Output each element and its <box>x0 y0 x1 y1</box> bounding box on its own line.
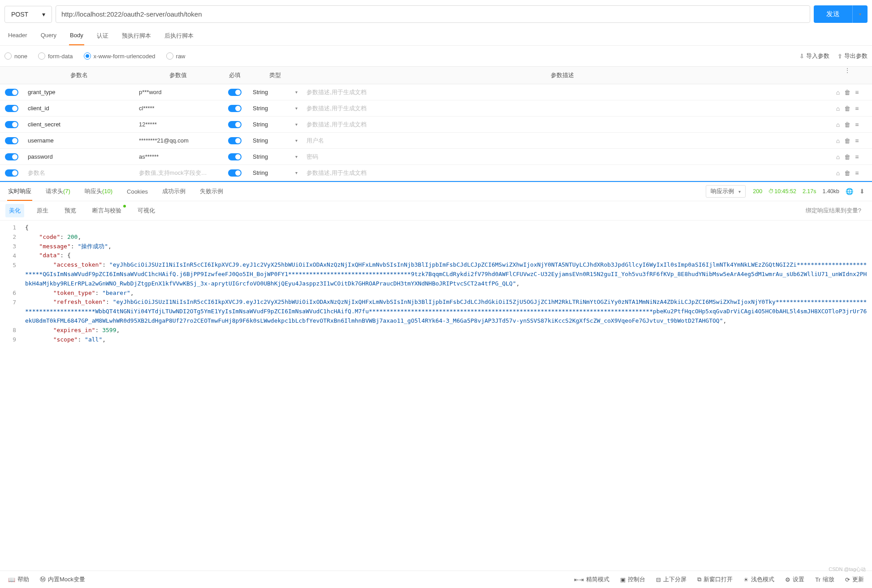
delete-icon[interactable]: 🗑 <box>844 121 850 128</box>
download-icon[interactable]: ⬇ <box>859 188 865 195</box>
type-select[interactable]: String▾ <box>248 85 302 99</box>
required-toggle[interactable] <box>228 169 242 177</box>
upload-icon: ⇧ <box>837 53 842 60</box>
param-name-input[interactable]: grant_type <box>23 85 134 99</box>
param-desc-input[interactable]: 参数描述,用于生成文档 <box>302 117 823 132</box>
type-select[interactable]: String▾ <box>248 134 302 147</box>
param-desc-input[interactable]: 密码 <box>302 149 823 164</box>
new-window[interactable]: ⧉新窗口打开 <box>697 575 733 584</box>
row-toggle[interactable] <box>5 137 18 144</box>
cube-icon[interactable]: ⌂ <box>836 121 840 128</box>
drag-icon[interactable]: ≡ <box>855 121 859 128</box>
subtab-pretty[interactable]: 美化 <box>5 204 24 217</box>
more-icon[interactable]: ⋮ <box>844 67 850 84</box>
drag-icon[interactable]: ≡ <box>855 137 859 144</box>
cube-icon[interactable]: ⌂ <box>836 105 840 112</box>
param-value-input[interactable]: 参数值,支持mock字段变… <box>134 165 221 181</box>
import-params[interactable]: ⇩导入参数 <box>799 52 829 60</box>
tab-fail[interactable]: 失败示例 <box>199 182 224 201</box>
http-method-select[interactable]: POST ▾ <box>4 6 52 23</box>
required-toggle[interactable] <box>228 121 242 128</box>
cube-icon[interactable]: ⌂ <box>836 89 840 96</box>
subtab-assert[interactable]: 断言与校验 <box>89 204 125 217</box>
subtab-visual[interactable]: 可视化 <box>134 204 159 217</box>
type-select[interactable]: String▾ <box>248 101 302 115</box>
subtab-raw[interactable]: 原生 <box>33 204 52 217</box>
type-select[interactable]: String▾ <box>248 150 302 164</box>
param-value-input[interactable]: ********21@qq.com <box>134 134 221 147</box>
json-response: 123456789 { "code": 200, "message": "操作成… <box>0 220 872 571</box>
delete-icon[interactable]: 🗑 <box>844 153 850 160</box>
param-desc-input[interactable]: 参数描述,用于生成文档 <box>302 101 823 116</box>
split-button[interactable]: ⊟上下分屏 <box>656 575 686 584</box>
required-toggle[interactable] <box>228 137 242 144</box>
tab-body[interactable]: Body <box>69 28 84 45</box>
cube-icon[interactable]: ⌂ <box>836 137 840 144</box>
radio-urlencoded[interactable]: x-www-form-urlencoded <box>84 52 155 60</box>
type-select[interactable]: String▾ <box>248 117 302 131</box>
param-name-input[interactable]: client_id <box>23 101 134 115</box>
radio-none[interactable]: none <box>4 52 27 60</box>
drag-icon[interactable]: ≡ <box>855 153 859 160</box>
row-toggle[interactable] <box>5 153 18 160</box>
drag-icon[interactable]: ≡ <box>855 169 859 177</box>
tab-req-headers[interactable]: 请求头(7) <box>45 182 71 201</box>
send-button[interactable]: 发送 ▾ <box>814 5 868 23</box>
settings-button[interactable]: ⚙设置 <box>785 575 804 584</box>
required-toggle[interactable] <box>228 89 242 96</box>
row-toggle[interactable] <box>5 89 18 96</box>
cube-icon[interactable]: ⌂ <box>836 153 840 160</box>
cube-icon[interactable]: ⌂ <box>836 169 840 177</box>
zoom-button[interactable]: Tr缩放 <box>815 575 834 584</box>
subtab-preview[interactable]: 预览 <box>61 204 80 217</box>
chevron-down-icon: ▾ <box>42 11 45 18</box>
simple-mode[interactable]: ⇤⇥精简模式 <box>574 575 609 584</box>
param-value-input[interactable]: p***word <box>134 85 221 99</box>
tab-query[interactable]: Query <box>40 28 57 45</box>
required-toggle[interactable] <box>228 105 242 112</box>
console-button[interactable]: ▣控制台 <box>620 575 645 584</box>
send-dropdown[interactable]: ▾ <box>852 5 868 23</box>
update-button[interactable]: ⟳更新 <box>845 575 864 584</box>
drag-icon[interactable]: ≡ <box>855 105 859 112</box>
param-desc-input[interactable]: 参数描述,用于生成文档 <box>302 165 823 181</box>
light-mode[interactable]: ☀浅色模式 <box>743 575 774 584</box>
response-example-select[interactable]: 响应示例▾ <box>706 185 746 198</box>
row-toggle[interactable] <box>5 121 18 128</box>
radio-form-data[interactable]: form-data <box>38 52 73 60</box>
url-input[interactable] <box>56 5 810 23</box>
globe-icon[interactable]: 🌐 <box>846 188 853 195</box>
tab-cookies[interactable]: Cookies <box>126 183 149 200</box>
delete-icon[interactable]: 🗑 <box>844 137 850 144</box>
tab-success[interactable]: 成功示例 <box>161 182 186 201</box>
row-toggle[interactable] <box>5 105 18 112</box>
help-button[interactable]: 📖帮助 <box>8 575 29 584</box>
delete-icon[interactable]: 🗑 <box>844 105 850 112</box>
drag-icon[interactable]: ≡ <box>855 89 859 96</box>
delete-icon[interactable]: 🗑 <box>844 169 850 177</box>
tab-header[interactable]: Header <box>7 28 28 45</box>
window-icon: ⧉ <box>697 576 701 583</box>
type-select[interactable]: String▾ <box>248 166 302 180</box>
bind-variable-link[interactable]: 绑定响应结果到变量? <box>806 207 867 215</box>
mock-button[interactable]: Ⓜ内置Mock变量 <box>40 575 85 584</box>
param-name-input[interactable]: password <box>23 150 134 164</box>
radio-raw[interactable]: raw <box>166 52 186 60</box>
param-value-input[interactable]: as****** <box>134 150 221 164</box>
required-toggle[interactable] <box>228 153 242 160</box>
tab-post-script[interactable]: 后执行脚本 <box>164 28 194 45</box>
tab-realtime[interactable]: 实时响应 <box>7 182 32 201</box>
export-params[interactable]: ⇧导出参数 <box>837 52 868 60</box>
param-name-input[interactable]: username <box>23 134 134 147</box>
param-desc-input[interactable]: 参数描述,用于生成文档 <box>302 85 823 100</box>
tab-auth[interactable]: 认证 <box>96 28 109 45</box>
row-toggle[interactable] <box>5 169 18 177</box>
param-name-input[interactable]: 参数名 <box>23 165 134 181</box>
delete-icon[interactable]: 🗑 <box>844 89 850 96</box>
param-name-input[interactable]: client_secret <box>23 117 134 131</box>
param-value-input[interactable]: 12***** <box>134 117 221 131</box>
param-value-input[interactable]: cl***** <box>134 101 221 115</box>
tab-pre-script[interactable]: 预执行脚本 <box>121 28 152 45</box>
tab-resp-headers[interactable]: 响应头(10) <box>84 182 113 201</box>
param-desc-input[interactable]: 用户名 <box>302 133 823 148</box>
